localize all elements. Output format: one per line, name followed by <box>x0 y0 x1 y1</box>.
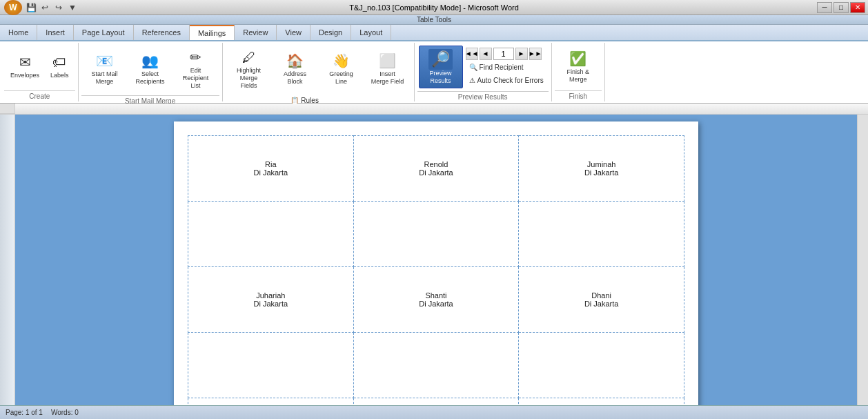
svg-rect-0 <box>15 104 868 114</box>
address-block-icon: 🏠 <box>286 52 304 69</box>
vertical-scrollbar[interactable] <box>857 115 868 405</box>
cell-name: Shanti <box>357 291 516 300</box>
cell-name: Dhani <box>522 291 681 300</box>
nav-prev-button[interactable]: ◄ <box>480 48 492 60</box>
table-cell: Ade.SDi Jakarta| <box>519 398 684 406</box>
finish-group-label: Finish <box>555 90 602 100</box>
table-cell <box>353 333 519 398</box>
select-recipients-button[interactable]: 👥 Select Recipients <box>128 48 172 90</box>
ribbon: Home Insert Page Layout References Maili… <box>0 25 868 41</box>
table-cell <box>353 202 519 267</box>
create-group-content: ✉ Envelopes 🏷 Labels <box>4 44 75 89</box>
close-button[interactable]: ✕ <box>850 2 865 13</box>
tab-review[interactable]: Review <box>235 25 277 40</box>
table-cell: ShantiDi Jakarta <box>353 267 519 333</box>
tab-page-layout[interactable]: Page Layout <box>74 25 134 40</box>
ruler-corner <box>0 104 15 114</box>
start-mail-merge-content: 📧 Start Mail Merge 👥 Select Recipients ✏… <box>81 44 219 94</box>
edit-recipient-list-button[interactable]: ✏ Edit Recipient List <box>174 46 218 92</box>
table-cell: JuhariahDi Jakarta <box>188 267 354 333</box>
table-row: DzainalDi JakartaMaulanaDi JakartaAde.SD… <box>188 398 684 406</box>
address-block-button[interactable]: 🏠 Address Block <box>273 48 317 90</box>
quick-access-toolbar: W 💾 ↩ ↪ ▼ <box>3 0 79 15</box>
tab-view[interactable]: View <box>277 25 310 40</box>
cell-location: Di Jakarta <box>357 168 516 177</box>
cell-name: Juhariah <box>191 291 351 300</box>
tab-design[interactable]: Design <box>310 25 351 40</box>
table-cell <box>188 333 354 398</box>
labels-button[interactable]: 🏷 Labels <box>46 46 74 88</box>
table-cell: JuminahDi Jakarta <box>519 136 684 202</box>
horizontal-ruler <box>15 104 868 114</box>
greeting-line-button[interactable]: 👋 Greeting Line <box>319 48 364 90</box>
redo-quick-btn[interactable]: ↪ <box>52 2 65 13</box>
cell-location: Di Jakarta <box>522 300 681 308</box>
table-cell <box>519 202 684 267</box>
window-controls: ─ □ ✕ <box>817 2 865 13</box>
nav-next-button[interactable]: ► <box>515 48 528 60</box>
ribbon-content: ✉ Envelopes 🏷 Labels Create 📧 Start Mail… <box>0 41 868 104</box>
envelopes-button[interactable]: ✉ Envelopes <box>6 46 44 88</box>
preview-results-icon: 🔎 <box>428 49 453 70</box>
highlight-icon: 🖊 <box>242 49 256 66</box>
document-area: RiaDi JakartaRenoldDi JakartaJuminahDi J… <box>0 115 868 405</box>
preview-results-group: 🔎 Preview Results ◄◄ ◄ ► ►► 🔍 Find Recip… <box>415 43 552 101</box>
table-row <box>188 202 684 267</box>
envelopes-icon: ✉ <box>19 54 31 70</box>
cell-name: Ria <box>191 160 351 168</box>
table-cell <box>519 333 684 398</box>
table-cell: DzainalDi Jakarta <box>188 398 354 406</box>
auto-check-icon: ⚠ <box>469 77 475 84</box>
tab-mailings[interactable]: Mailings <box>190 25 235 40</box>
insert-merge-field-icon: ⬜ <box>379 52 396 69</box>
find-recipient-button[interactable]: 🔍 Find Recipient <box>466 61 547 73</box>
create-group-label: Create <box>4 90 75 100</box>
cell-location: Di Jakarta <box>357 300 516 308</box>
save-quick-btn[interactable]: 💾 <box>25 2 37 13</box>
tab-layout[interactable]: Layout <box>351 25 391 40</box>
insert-merge-field-button[interactable]: ⬜ Insert Merge Field <box>366 48 410 90</box>
merge-table: RiaDi JakartaRenoldDi JakartaJuminahDi J… <box>188 135 684 405</box>
undo-quick-btn[interactable]: ↩ <box>39 2 51 13</box>
table-cell <box>188 202 354 267</box>
table-row: RiaDi JakartaRenoldDi JakartaJuminahDi J… <box>188 136 684 202</box>
minimize-button[interactable]: ─ <box>817 2 832 13</box>
nav-first-button[interactable]: ◄◄ <box>466 48 478 60</box>
nav-last-button[interactable]: ►► <box>529 48 542 60</box>
preview-results-button[interactable]: 🔎 Preview Results <box>419 46 463 88</box>
preview-results-content: 🔎 Preview Results ◄◄ ◄ ► ►► 🔍 Find Recip… <box>417 44 549 90</box>
tab-home[interactable]: Home <box>0 25 37 40</box>
table-cell: RiaDi Jakarta <box>188 136 354 202</box>
table-body: RiaDi JakartaRenoldDi JakartaJuminahDi J… <box>188 136 684 406</box>
finish-content: ✅ Finish & Merge <box>555 44 602 89</box>
auto-check-errors-button[interactable]: ⚠ Auto Check for Errors <box>466 75 547 86</box>
tab-references[interactable]: References <box>134 25 190 40</box>
restore-button[interactable]: □ <box>834 2 849 13</box>
vertical-ruler <box>0 115 15 405</box>
cell-name: Renold <box>357 160 516 168</box>
cell-location: Di Jakarta <box>522 168 681 177</box>
preview-results-label: Preview Results <box>417 91 549 101</box>
nav-controls: ◄◄ ◄ ► ►► <box>466 48 547 60</box>
title-bar: W 💾 ↩ ↪ ▼ T&J_no.103 [Compatibility Mode… <box>0 0 868 15</box>
greeting-line-icon: 👋 <box>333 52 350 69</box>
select-recipients-icon: 👥 <box>141 52 159 69</box>
current-record-input[interactable] <box>493 48 514 60</box>
word-page: RiaDi JakartaRenoldDi JakartaJuminahDi J… <box>174 121 698 405</box>
page-container[interactable]: RiaDi JakartaRenoldDi JakartaJuminahDi J… <box>15 115 857 405</box>
page-status: Page: 1 of 1 <box>6 409 43 416</box>
ruler-container <box>0 104 868 115</box>
office-button[interactable]: W <box>4 0 22 15</box>
table-cell: DhaniDi Jakarta <box>519 267 684 333</box>
status-bar: Page: 1 of 1 Words: 0 <box>0 405 868 419</box>
find-recipient-icon: 🔍 <box>469 64 477 71</box>
start-mail-merge-icon: 📧 <box>96 52 113 69</box>
dropdown-quick-btn[interactable]: ▼ <box>66 2 79 13</box>
tab-insert[interactable]: Insert <box>37 25 74 40</box>
finish-group: ✅ Finish & Merge Finish <box>552 43 605 101</box>
start-mail-merge-button[interactable]: 📧 Start Mail Merge <box>83 48 127 90</box>
finish-merge-button[interactable]: ✅ Finish & Merge <box>556 46 600 88</box>
words-status: Words: 0 <box>51 409 79 416</box>
edit-recipient-list-icon: ✏ <box>190 49 201 66</box>
highlight-merge-fields-button[interactable]: 🖊 Highlight Merge Fields <box>227 46 271 92</box>
